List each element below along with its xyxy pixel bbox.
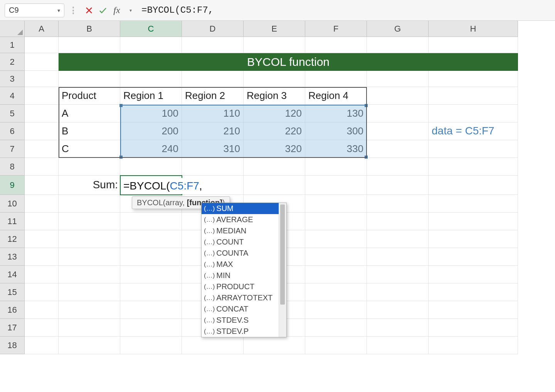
table-cell: B <box>59 122 120 140</box>
row-header[interactable]: 1 <box>0 37 25 53</box>
name-box-value: C9 <box>9 6 19 15</box>
formula-dropdown-button[interactable]: ▾ <box>124 4 137 17</box>
table-cell: 200 <box>120 122 182 140</box>
enter-button[interactable] <box>97 4 109 17</box>
table-cell: C <box>59 140 120 158</box>
annotation-text: data = C5:F7 <box>432 125 494 137</box>
table-cell: 310 <box>182 140 244 158</box>
fx-icon: fx <box>113 5 120 15</box>
row-header[interactable]: 2 <box>0 53 25 71</box>
table-cell: 210 <box>182 122 244 140</box>
table-cell: 130 <box>305 105 367 122</box>
suggestion-item[interactable]: (…)MIN <box>202 270 279 281</box>
table-cell: 240 <box>120 140 182 158</box>
row-header[interactable]: 4 <box>0 87 25 105</box>
row-header[interactable]: 13 <box>0 248 25 266</box>
row-header[interactable]: 14 <box>0 266 25 283</box>
row-header[interactable]: 3 <box>0 71 25 87</box>
column-header[interactable]: A <box>25 21 59 37</box>
banner-title: BYCOL function <box>59 53 518 71</box>
table-cell: 330 <box>305 140 367 158</box>
table-cell: 110 <box>182 105 244 122</box>
formula-input[interactable] <box>138 3 555 17</box>
column-header[interactable]: E <box>244 21 305 37</box>
row-header[interactable]: 15 <box>0 283 25 301</box>
table-header: Region 1 <box>120 87 182 105</box>
table-header: Product <box>59 87 120 105</box>
suggestion-item[interactable]: (…)AVERAGE <box>202 214 279 225</box>
row-header[interactable]: 6 <box>0 122 25 140</box>
cell-formula-editing[interactable]: =BYCOL(C5:F7, <box>122 178 204 194</box>
row-header[interactable]: 8 <box>0 158 25 176</box>
chevron-down-icon: ▾ <box>57 7 60 13</box>
row-header[interactable]: 11 <box>0 213 25 230</box>
formula-bar: C9 ▾ ⋮ fx ▾ <box>0 0 555 21</box>
suggestion-item[interactable]: (…)STDEV.S <box>202 315 279 326</box>
scrollbar[interactable] <box>279 203 286 337</box>
row-header[interactable]: 5 <box>0 105 25 122</box>
select-all-corner[interactable] <box>0 21 25 37</box>
row-headers: 123456789101112131415161718 <box>0 37 25 354</box>
suggestion-item[interactable]: (…)COUNT <box>202 236 279 248</box>
column-header[interactable]: G <box>367 21 429 37</box>
sum-label: Sum: <box>59 179 120 191</box>
suggestion-item[interactable]: (…)ARRAYTOTEXT <box>202 292 279 303</box>
table-cell: A <box>59 105 120 122</box>
cancel-button[interactable] <box>83 4 95 17</box>
table-header: Region 2 <box>182 87 244 105</box>
row-header[interactable]: 17 <box>0 319 25 337</box>
row-header[interactable]: 9 <box>0 176 25 195</box>
table-header: Region 3 <box>244 87 305 105</box>
row-header[interactable]: 16 <box>0 301 25 319</box>
insert-function-button[interactable]: fx <box>111 4 123 17</box>
suggestion-item[interactable]: (…)COUNTA <box>202 248 279 259</box>
suggestion-item[interactable]: (…)PRODUCT <box>202 281 279 292</box>
suggestion-item[interactable]: (…)MEDIAN <box>202 225 279 236</box>
suggestion-item[interactable]: (…)SUM <box>202 203 279 214</box>
suggestion-item[interactable]: (…)STDEV.P <box>202 326 279 337</box>
column-header[interactable]: C <box>120 21 182 37</box>
column-header[interactable]: H <box>429 21 518 37</box>
row-header[interactable]: 7 <box>0 140 25 158</box>
column-header[interactable]: F <box>305 21 367 37</box>
x-icon <box>85 7 93 14</box>
separator-icon: ⋮ <box>69 5 77 15</box>
function-suggestions[interactable]: (…)SUM(…)AVERAGE(…)MEDIAN(…)COUNT(…)COUN… <box>201 203 287 337</box>
table-cell: 220 <box>244 122 305 140</box>
table-cell: 320 <box>244 140 305 158</box>
name-box[interactable]: C9 ▾ <box>5 3 64 17</box>
row-header[interactable]: 10 <box>0 195 25 213</box>
column-headers: ABCDEFGH <box>25 21 518 37</box>
chevron-down-icon: ▾ <box>130 8 132 13</box>
suggestion-item[interactable]: (…)CONCAT <box>202 303 279 315</box>
column-header[interactable]: B <box>59 21 120 37</box>
row-header[interactable]: 18 <box>0 337 25 354</box>
row-header[interactable]: 12 <box>0 230 25 248</box>
table-cell: 120 <box>244 105 305 122</box>
table-cell: 300 <box>305 122 367 140</box>
check-icon <box>99 6 107 15</box>
table-header: Region 4 <box>305 87 367 105</box>
suggestion-item[interactable]: (…)MAX <box>202 259 279 270</box>
column-header[interactable]: D <box>182 21 244 37</box>
table-cell: 100 <box>120 105 182 122</box>
